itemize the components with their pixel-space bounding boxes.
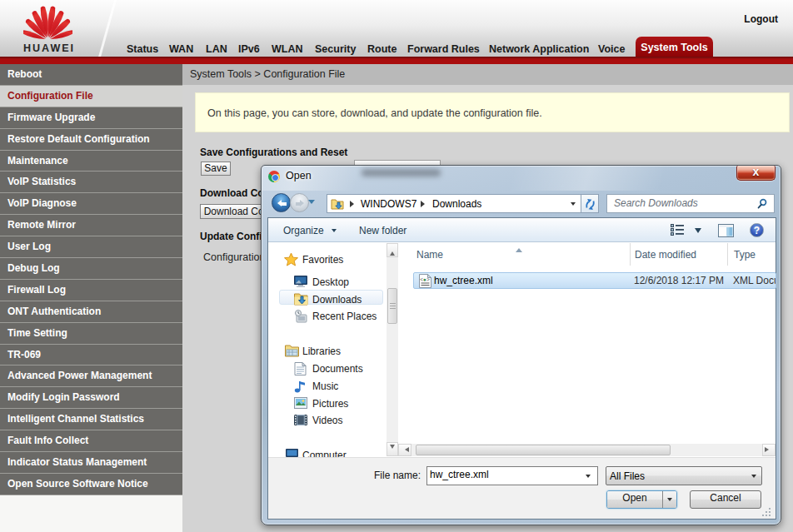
svg-text:<●>: <●>	[420, 276, 430, 282]
